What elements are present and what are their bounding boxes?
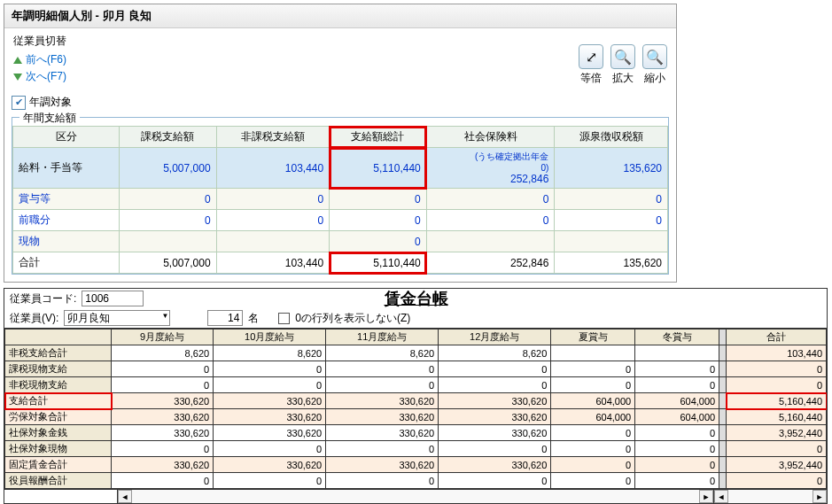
spacer — [719, 393, 727, 409]
ledger-row: 社保対象金銭330,620330,620330,620330,620003,95… — [5, 425, 827, 441]
ledger-cell: 0 — [112, 377, 214, 393]
ledger-row: 労保対象合計330,620330,620330,620330,620604,00… — [5, 409, 827, 425]
ledger-cell: 330,620 — [214, 457, 326, 473]
ledger-cell: 330,620 — [439, 457, 551, 473]
scroll-left-button[interactable]: ◄ — [118, 490, 132, 503]
count-value: 14 — [207, 310, 243, 326]
ledger-cell: 0 — [326, 473, 439, 489]
ledger-cell: 0 — [326, 377, 439, 393]
cell: 0 — [330, 210, 427, 231]
fieldset-legend: 年間支給額 — [19, 111, 80, 126]
horizontal-scrollbar[interactable]: ◄ ► ◄ ► — [4, 489, 827, 503]
ledger-cell: 3,952,440 — [727, 457, 827, 473]
ledger-cell: 0 — [551, 377, 635, 393]
summary-row: 賞与等00000 — [13, 189, 668, 210]
ledger-row-label: 社保対象現物 — [5, 441, 112, 457]
ledger-cell: 0 — [439, 473, 551, 489]
fit-icon: ⤢ — [579, 44, 603, 69]
employee-name-input[interactable] — [64, 310, 170, 326]
ledger-cell: 5,160,440 — [727, 393, 827, 409]
target-checkbox[interactable]: ✔ — [12, 96, 26, 110]
ledger-cell — [635, 345, 719, 361]
employee-code-input[interactable] — [82, 291, 144, 306]
ledger-cell: 0 — [727, 377, 827, 393]
summary-row: 合計5,007,000103,4405,110,440252,846135,62… — [13, 252, 668, 274]
scroll-left-button-2[interactable]: ◄ — [714, 490, 728, 503]
next-button[interactable]: 次へ(F7) — [13, 69, 66, 84]
ledger-cell: 330,620 — [214, 393, 326, 409]
plus-icon: 🔍 — [610, 44, 635, 69]
col-withhold: 源泉徴収税額 — [555, 127, 668, 148]
row-label: 賞与等 — [13, 189, 120, 210]
window-title: 年調明細個人別 - 卯月 良知 — [4, 4, 676, 28]
cell: (うち確定拠出年金0)252,846 — [426, 148, 555, 189]
ledger-row: 支給合計330,620330,620330,620330,620604,0006… — [5, 393, 827, 409]
ledger-cell: 0 — [635, 425, 719, 441]
summary-row: 前職分00000 — [13, 210, 668, 231]
ledger-cell: 0 — [635, 441, 719, 457]
hide-zero-checkbox[interactable] — [278, 313, 290, 324]
cell: 5,007,000 — [120, 148, 217, 189]
cell: 0 — [330, 231, 427, 252]
ledger-cell: 604,000 — [551, 409, 635, 425]
zoom-out-button[interactable]: 🔍 縮小 — [642, 44, 667, 86]
ledger-scroll[interactable]: 9月度給与10月度給与11月度給与12月度給与夏賞与冬賞与合計 非税支給合計8,… — [4, 328, 827, 489]
col-nontax: 非課税支給額 — [216, 127, 330, 148]
employee-select[interactable] — [64, 310, 170, 326]
code-label: 従業員コード: — [10, 291, 76, 306]
emp-label: 従業員(V): — [10, 311, 58, 326]
controls-row-1: 従業員コード: 賃金台帳 — [4, 289, 827, 308]
scroll-right-button[interactable]: ► — [699, 490, 713, 503]
ledger-cell: 330,620 — [112, 457, 214, 473]
toolbar: 従業員切替 前へ(F6) 次へ(F7) ⤢ 等倍 🔍 拡大 🔍 縮小 — [4, 28, 676, 91]
ledger-cell: 330,620 — [439, 393, 551, 409]
ledger-row-label: 社保対象金銭 — [5, 425, 112, 441]
spacer — [719, 457, 727, 473]
col-taxable: 課税支給額 — [120, 127, 217, 148]
ledger-cell: 0 — [727, 473, 827, 489]
row-label: 現物 — [13, 231, 120, 252]
scroll-right-button-2[interactable]: ► — [813, 490, 827, 503]
cell: 0 — [120, 189, 217, 210]
cell — [120, 231, 217, 252]
ledger-table: 9月度給与10月度給与11月度給与12月度給与夏賞与冬賞与合計 非税支給合計8,… — [4, 329, 827, 489]
row-label: 給料・手当等 — [13, 148, 120, 189]
row-label: 合計 — [13, 252, 120, 274]
zoom-fit-button[interactable]: ⤢ 等倍 — [579, 44, 603, 86]
ledger-cell: 0 — [326, 441, 439, 457]
spacer — [719, 425, 727, 441]
next-label: 次へ(F7) — [26, 69, 66, 84]
scroll-track[interactable] — [132, 490, 699, 503]
zoom-in-button[interactable]: 🔍 拡大 — [610, 44, 635, 86]
cell: 0 — [426, 210, 555, 231]
cell: 103,440 — [216, 252, 330, 274]
ledger-col-header: 11月度給与 — [326, 330, 439, 345]
ledger-cell — [551, 345, 635, 361]
ledger-row-label: 支給合計 — [5, 393, 112, 409]
bottom-panel: 従業員コード: 賃金台帳 従業員(V): 14 名 0の行列を表示しない(Z) … — [4, 288, 828, 504]
ledger-cell: 0 — [635, 473, 719, 489]
col-insurance: 社会保険料 — [426, 127, 555, 148]
cell — [216, 231, 330, 252]
cell: 103,440 — [216, 148, 330, 189]
ledger-cell: 103,440 — [727, 345, 827, 361]
ledger-row: 非税現物支給0000000 — [5, 377, 827, 393]
ledger-col-header: 冬賞与 — [635, 330, 719, 345]
ledger-row-label: 課税現物支給 — [5, 361, 112, 377]
ledger-row: 非税支給合計8,6208,6208,6208,620103,440 — [5, 345, 827, 361]
ledger-cell: 330,620 — [439, 425, 551, 441]
prev-button[interactable]: 前へ(F6) — [13, 52, 66, 67]
ledger-cell: 0 — [214, 441, 326, 457]
ledger-cell: 0 — [214, 377, 326, 393]
ledger-cell: 330,620 — [112, 425, 214, 441]
summary-row: 給料・手当等5,007,000103,4405,110,440(うち確定拠出年金… — [13, 148, 668, 189]
ledger-cell: 0 — [635, 377, 719, 393]
cell: 0 — [555, 189, 668, 210]
cell: 135,620 — [555, 252, 668, 274]
cell: 0 — [330, 189, 427, 210]
ledger-cell: 3,952,440 — [727, 425, 827, 441]
col-kubun: 区分 — [13, 127, 120, 148]
blank-header — [5, 330, 112, 345]
cell: 0 — [216, 189, 330, 210]
ledger-cell: 330,620 — [326, 425, 439, 441]
